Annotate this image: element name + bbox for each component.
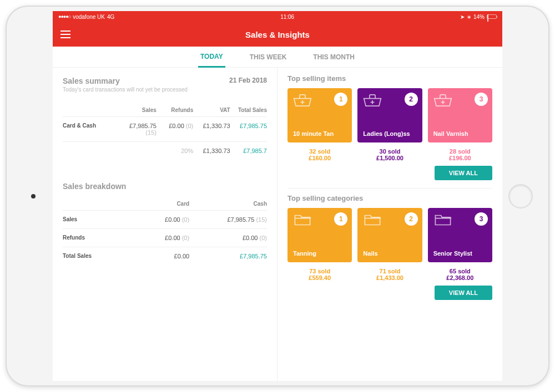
breakdown-row: Sales £0.00 (0) £7,985.75 (15): [63, 210, 267, 228]
battery-icon: [487, 14, 497, 19]
breakdown-card: £0.00 (0): [112, 235, 189, 241]
ipad-camera: [31, 194, 36, 198]
sold-count: 28 sold: [428, 148, 492, 155]
card-name: Nail Varnish: [433, 130, 487, 137]
rank-badge: 3: [475, 212, 488, 226]
breakdown-row: Total Sales £0.00 £7,985.75: [63, 247, 267, 265]
ranking-card[interactable]: 3 Nail Varnish: [428, 88, 492, 142]
basket-icon: [293, 94, 312, 107]
top-categories-title: Top selling categories: [287, 194, 492, 202]
sales-summary-subtitle: Today's card transactions will not yet b…: [63, 86, 267, 93]
folder-icon: [293, 213, 312, 227]
card-name: Ladies (Long)ss: [363, 130, 416, 137]
breakdown-card: £0.00: [112, 253, 189, 259]
ranking-card[interactable]: 3 Senior Stylist: [428, 208, 492, 262]
clock: 11:06: [280, 14, 294, 20]
card-name: 10 minute Tan: [293, 130, 346, 137]
breakdown-card: £0.00 (0): [112, 216, 189, 223]
grand-total: £7,985.7: [230, 147, 267, 154]
card-stat: 73 sold £559.40: [287, 268, 352, 281]
carrier-label: vodafone UK: [73, 14, 105, 20]
ranking-card[interactable]: 1 10 minute Tan: [287, 88, 352, 142]
network-label: 4G: [107, 14, 114, 20]
sold-amount: £2,368.00: [428, 274, 492, 281]
summary-row: Card & Cash £7,985.75 (15) £0.00 (0) £1,…: [63, 116, 267, 141]
vat-percent: 20%: [157, 147, 193, 154]
card-stat: 30 sold £1,500.00: [357, 148, 422, 161]
page-title: Sales & Insights: [53, 30, 502, 39]
bluetooth-icon: ∗: [467, 14, 471, 20]
card-stat: 71 sold £1,433.00: [357, 268, 422, 281]
tab-this-week[interactable]: THIS WEEK: [248, 47, 289, 67]
top-items-title: Top selling items: [287, 74, 492, 83]
top-categories-cards: 1 Tanning2 Nails3 Senior Stylist: [287, 208, 492, 262]
basket-icon: [363, 94, 382, 107]
sold-count: 71 sold: [357, 268, 422, 274]
sold-amount: £559.40: [287, 274, 352, 281]
rank-badge: 2: [405, 93, 418, 106]
tabs: TODAY THIS WEEK THIS MONTH: [53, 47, 502, 68]
sales-summary-title: Sales summary: [63, 77, 120, 85]
card-stat: 65 sold £2,368.00: [428, 268, 492, 281]
rank-badge: 1: [334, 93, 347, 106]
left-panel: Sales summary 21 Feb 2018 Today's card t…: [53, 68, 278, 381]
sold-amount: £1,500.00: [357, 155, 422, 161]
nav-bar: Sales & Insights: [53, 22, 502, 47]
breakdown-label: Refunds: [63, 235, 112, 241]
sold-amount: £1,433.00: [357, 274, 422, 281]
basket-icon: [433, 94, 452, 107]
sold-count: 73 sold: [287, 268, 352, 274]
content: Sales summary 21 Feb 2018 Today's card t…: [53, 68, 502, 381]
breakdown-label: Total Sales: [63, 253, 112, 259]
breakdown-title: Sales breakdown: [63, 182, 267, 191]
sales-summary-date: 21 Feb 2018: [229, 77, 267, 84]
col-vat: VAT: [193, 107, 230, 113]
sold-count: 32 sold: [287, 148, 352, 155]
tab-this-month[interactable]: THIS MONTH: [311, 47, 357, 67]
ranking-card[interactable]: 2 Nails: [357, 208, 422, 262]
col-cash: Cash: [189, 201, 267, 207]
col-refunds: Refunds: [157, 107, 193, 113]
col-total: Total Sales: [230, 107, 267, 113]
hamburger-icon[interactable]: [60, 30, 70, 38]
summary-footer-row: 20% £1,330.73 £7,985.7: [63, 141, 267, 160]
rank-badge: 2: [405, 212, 418, 226]
row-vat: £1,330.73: [193, 123, 230, 136]
row-sales: £7,985.75 (15): [120, 123, 157, 136]
battery-percent: 14%: [473, 14, 485, 20]
sales-summary-table: Sales Refunds VAT Total Sales Card & Cas…: [63, 103, 267, 160]
row-label: Card & Cash: [63, 123, 120, 136]
right-panel: Top selling items 1 10 minute Tan2 Ladie…: [278, 68, 502, 381]
signal-icon: ●●●●○: [58, 14, 70, 19]
folder-icon: [433, 213, 452, 227]
ipad-frame: ●●●●○ vodafone UK 4G 11:06 ➤ ∗ 14% Sales…: [6, 6, 549, 386]
view-all-items-button[interactable]: VIEW ALL: [435, 166, 492, 180]
col-card: Card: [112, 201, 189, 207]
top-items-cards: 1 10 minute Tan2 Ladies (Long)ss3 Nail V…: [287, 88, 492, 142]
sold-amount: £196.00: [428, 155, 492, 161]
breakdown-row: Refunds £0.00 (0) £0.00 (0): [63, 228, 267, 247]
row-total: £7,985.75: [230, 123, 267, 136]
rank-badge: 1: [334, 212, 347, 226]
sold-count: 30 sold: [357, 148, 422, 155]
sold-amount: £160.00: [287, 155, 352, 161]
tab-today[interactable]: TODAY: [198, 47, 225, 68]
card-name: Tanning: [293, 250, 346, 257]
vat-total: £1,330.73: [193, 147, 230, 154]
status-bar: ●●●●○ vodafone UK 4G 11:06 ➤ ∗ 14%: [53, 11, 502, 22]
home-button[interactable]: [508, 184, 533, 208]
card-name: Senior Stylist: [433, 250, 487, 257]
breakdown-cash: £7,985.75 (15): [189, 216, 267, 223]
row-refunds: £0.00 (0): [157, 123, 193, 136]
screen: ●●●●○ vodafone UK 4G 11:06 ➤ ∗ 14% Sales…: [53, 11, 502, 381]
view-all-categories-button[interactable]: VIEW ALL: [435, 286, 492, 300]
card-name: Nails: [363, 250, 416, 257]
breakdown-label: Sales: [63, 216, 112, 223]
card-stat: 28 sold £196.00: [428, 148, 492, 161]
folder-icon: [363, 213, 382, 227]
ranking-card[interactable]: 1 Tanning: [287, 208, 352, 262]
ranking-card[interactable]: 2 Ladies (Long)ss: [357, 88, 422, 142]
sales-breakdown: Sales breakdown Card Cash Sales £0.00 (0…: [63, 182, 267, 265]
breakdown-cash: £0.00 (0): [189, 235, 267, 241]
card-stat: 32 sold £160.00: [287, 148, 352, 161]
